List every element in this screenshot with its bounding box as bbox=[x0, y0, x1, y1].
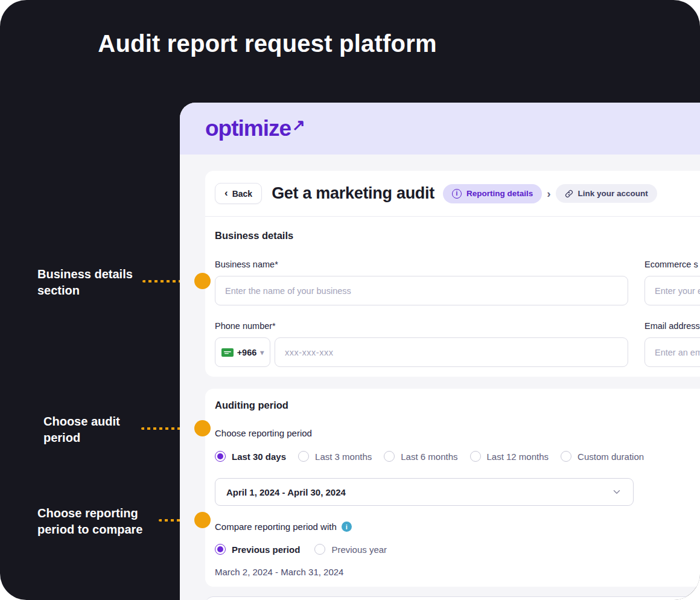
next-section-card bbox=[205, 596, 700, 600]
annotation-dot bbox=[194, 512, 211, 528]
business-fields-grid: Business name* Ecommerce s Phone number* bbox=[215, 260, 700, 367]
radio-last-6-months[interactable]: Last 6 months bbox=[384, 451, 457, 462]
step-reporting-details[interactable]: i Reporting details bbox=[443, 184, 542, 203]
radio-previous-year[interactable]: Previous year bbox=[314, 544, 387, 555]
page-title: Audit report request platform bbox=[0, 30, 535, 57]
phone-row: +966 ▾ bbox=[215, 337, 628, 367]
email-field: Email address bbox=[644, 321, 700, 367]
logo-text: optimize bbox=[205, 116, 291, 141]
step-label: Reporting details bbox=[466, 189, 533, 198]
screenshot-canvas: Audit report request platform Business d… bbox=[0, 0, 700, 600]
phone-number-input[interactable] bbox=[275, 337, 628, 367]
chevron-left-icon: ‹ bbox=[224, 188, 228, 198]
form-title: Get a marketing audit bbox=[272, 184, 434, 203]
title-row: ‹ Back Get a marketing audit i Reporting… bbox=[205, 171, 700, 216]
auditing-period-card: Auditing period Choose reporting period … bbox=[205, 389, 700, 587]
radio-custom-duration[interactable]: Custom duration bbox=[561, 451, 644, 462]
radio-icon bbox=[215, 544, 226, 555]
date-range-value: April 1, 2024 - April 30, 2024 bbox=[226, 487, 346, 497]
chevron-right-icon: › bbox=[547, 187, 550, 200]
radio-last-3-months[interactable]: Last 3 months bbox=[298, 451, 372, 462]
reporting-period-label: Choose reporting period bbox=[215, 428, 700, 438]
app-header: optimize↗ bbox=[180, 103, 700, 155]
form-card-main: ‹ Back Get a marketing audit i Reporting… bbox=[205, 171, 700, 377]
saudi-flag-icon bbox=[221, 348, 234, 357]
compare-range-value: March 2, 2024 - March 31, 2024 bbox=[215, 567, 700, 577]
link-icon bbox=[565, 190, 573, 198]
business-name-field: Business name* bbox=[215, 260, 628, 305]
radio-icon bbox=[470, 451, 481, 462]
email-input[interactable] bbox=[644, 337, 700, 367]
back-button-label: Back bbox=[232, 189, 252, 199]
caret-down-icon: ▾ bbox=[260, 348, 264, 357]
annotation-dot bbox=[194, 273, 211, 289]
app-body: ‹ Back Get a marketing audit i Reporting… bbox=[180, 155, 700, 600]
radio-icon bbox=[215, 451, 226, 462]
ecommerce-input[interactable] bbox=[644, 276, 700, 305]
compare-period-label: Compare reporting period with i bbox=[215, 522, 700, 532]
ecommerce-label: Ecommerce s bbox=[644, 260, 700, 269]
optimize-logo: optimize↗ bbox=[205, 116, 305, 141]
back-button[interactable]: ‹ Back bbox=[215, 183, 262, 204]
radio-last-12-months[interactable]: Last 12 months bbox=[470, 451, 549, 462]
business-name-input[interactable] bbox=[215, 276, 628, 305]
step-label: Link your account bbox=[578, 189, 648, 198]
business-name-label: Business name* bbox=[215, 260, 628, 269]
ecommerce-field: Ecommerce s bbox=[644, 260, 700, 305]
annotation-choose-audit-period: Choose audit period bbox=[43, 413, 137, 446]
arrow-up-right-icon: ↗ bbox=[292, 116, 305, 135]
step-link-your-account[interactable]: Link your account bbox=[556, 184, 657, 203]
radio-icon bbox=[298, 451, 309, 462]
business-details-section: Business details Business name* Ecommerc… bbox=[205, 217, 700, 377]
date-range-select[interactable]: April 1, 2024 - April 30, 2024 bbox=[215, 478, 634, 506]
radio-icon bbox=[314, 544, 325, 555]
app-window: optimize↗ ‹ Back Get a marketing audit i bbox=[180, 103, 700, 600]
country-code-select[interactable]: +966 ▾ bbox=[215, 337, 270, 367]
radio-last-30-days[interactable]: Last 30 days bbox=[215, 451, 286, 462]
compare-period-options: Previous period Previous year bbox=[215, 544, 700, 555]
info-icon[interactable]: i bbox=[342, 522, 352, 532]
radio-icon bbox=[561, 451, 571, 462]
dark-frame: Audit report request platform Business d… bbox=[0, 0, 700, 600]
chevron-down-icon bbox=[611, 487, 622, 497]
reporting-period-options: Last 30 days Last 3 months Last 6 months bbox=[215, 451, 700, 462]
annotation-business-details: Business details section bbox=[37, 266, 146, 299]
annotation-dot bbox=[194, 420, 211, 436]
auditing-period-heading: Auditing period bbox=[215, 400, 700, 411]
country-code-value: +966 bbox=[237, 348, 257, 357]
email-label: Email address bbox=[644, 321, 700, 331]
phone-number-label: Phone number* bbox=[215, 321, 628, 331]
radio-previous-period[interactable]: Previous period bbox=[215, 544, 300, 555]
phone-number-field: Phone number* +966 bbox=[215, 321, 628, 367]
business-details-heading: Business details bbox=[215, 230, 700, 241]
info-icon: i bbox=[452, 189, 462, 199]
annotation-choose-compare-period: Choose reporting period to compare bbox=[37, 505, 164, 538]
radio-icon bbox=[384, 451, 395, 462]
